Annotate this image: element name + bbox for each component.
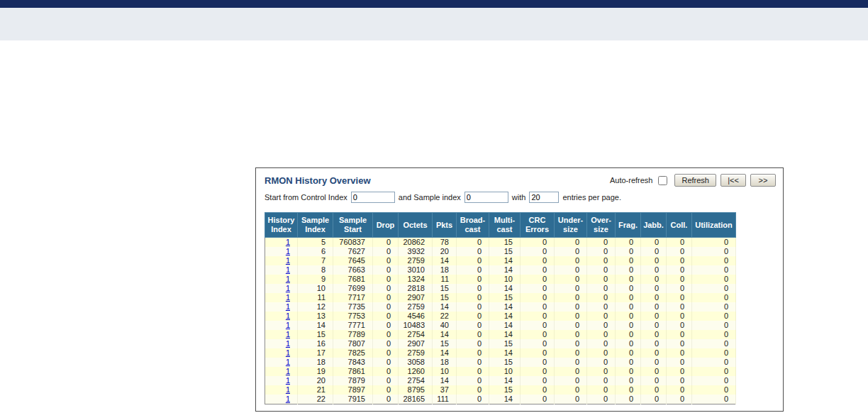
table-cell: 0 (587, 256, 616, 265)
table-cell: 0 (555, 367, 587, 376)
table-cell: 0 (616, 376, 641, 385)
table-cell: 0 (373, 395, 399, 404)
history-index-link[interactable]: 1 (286, 247, 290, 255)
history-index-cell: 1 (265, 302, 298, 312)
table-cell: 0 (373, 339, 399, 348)
table-cell: 0 (555, 284, 587, 293)
history-index-link[interactable]: 1 (286, 293, 290, 302)
table-cell: 10 (489, 275, 521, 284)
history-index-link[interactable]: 1 (286, 256, 290, 265)
history-index-cell: 1 (265, 395, 298, 404)
table-cell: 16 (298, 339, 333, 348)
control-index-input[interactable] (351, 192, 395, 203)
table-cell: 18 (433, 358, 457, 367)
history-index-link[interactable]: 1 (286, 358, 290, 366)
table-cell: 14 (489, 312, 521, 321)
toolbar: Auto-refresh Refresh |<< >> (610, 174, 776, 187)
table-cell: 2759 (399, 348, 433, 358)
table-cell: 0 (616, 385, 641, 395)
history-index-cell: 1 (265, 256, 298, 265)
table-row: 12279150281651110140000000 (265, 395, 736, 404)
sample-index-input[interactable] (464, 192, 508, 203)
table-cell: 7753 (333, 312, 373, 321)
history-index-link[interactable]: 1 (286, 339, 290, 348)
table-cell: 0 (555, 321, 587, 330)
table-cell: 0 (521, 275, 555, 284)
table-cell: 0 (373, 247, 399, 256)
table-cell: 6 (298, 247, 333, 256)
table-cell: 0 (521, 395, 555, 404)
table-cell: 0 (616, 284, 641, 293)
table-cell: 0 (616, 367, 641, 376)
history-index-link[interactable]: 1 (286, 312, 290, 320)
history-index-cell: 1 (265, 376, 298, 385)
table-cell: 0 (667, 256, 692, 265)
table-cell: 10 (433, 367, 457, 376)
table-cell: 0 (641, 302, 667, 312)
history-index-link[interactable]: 1 (286, 348, 290, 357)
history-index-link[interactable]: 1 (286, 385, 290, 394)
history-index-link[interactable]: 1 (286, 284, 290, 292)
history-index-link[interactable]: 1 (286, 321, 290, 329)
sample-index-label: and Sample index (399, 193, 461, 202)
table-cell: 0 (457, 321, 489, 330)
table-cell: 15 (489, 293, 521, 302)
table-cell: 0 (692, 395, 736, 404)
history-index-link[interactable]: 1 (286, 238, 290, 246)
history-index-link[interactable]: 1 (286, 330, 290, 338)
page-title: RMON History Overview (265, 174, 371, 186)
table-cell: 0 (692, 358, 736, 367)
table-cell: 13 (298, 312, 333, 321)
table-cell: 14 (489, 284, 521, 293)
table-cell: 0 (641, 265, 667, 275)
history-index-cell: 1 (265, 247, 298, 256)
table-cell: 0 (521, 330, 555, 339)
table-cell: 0 (616, 321, 641, 330)
table-cell: 10 (298, 284, 333, 293)
table-cell: 8 (298, 265, 333, 275)
table-cell: 14 (489, 265, 521, 275)
table-cell: 14 (489, 302, 521, 312)
history-index-link[interactable]: 1 (286, 265, 290, 274)
table-cell: 17 (298, 348, 333, 358)
table-cell: 0 (555, 358, 587, 367)
next-page-button[interactable]: >> (750, 174, 776, 187)
refresh-button[interactable]: Refresh (674, 174, 716, 187)
table-cell: 0 (667, 293, 692, 302)
table-cell: 11 (298, 293, 333, 302)
entries-per-page-input[interactable] (529, 192, 559, 203)
column-header: Coll. (667, 213, 692, 238)
history-index-link[interactable]: 1 (286, 367, 290, 375)
table-cell: 40 (433, 321, 457, 330)
history-index-cell: 1 (265, 284, 298, 293)
table-cell: 0 (616, 330, 641, 339)
table-cell: 0 (457, 330, 489, 339)
table-cell: 0 (373, 385, 399, 395)
column-header: Sample Index (298, 213, 333, 238)
table-cell: 14 (489, 348, 521, 358)
table-cell: 0 (373, 284, 399, 293)
table-cell: 0 (521, 339, 555, 348)
table-cell: 0 (692, 385, 736, 395)
table-cell: 0 (692, 293, 736, 302)
table-cell: 2907 (399, 293, 433, 302)
table-cell: 0 (616, 293, 641, 302)
table-cell: 0 (641, 247, 667, 256)
history-table-body: 1576083702086278015000000016762703932200… (265, 238, 736, 404)
table-cell: 0 (692, 330, 736, 339)
table-cell: 0 (616, 238, 641, 248)
table-cell: 4546 (399, 312, 433, 321)
table-cell: 0 (373, 312, 399, 321)
history-index-link[interactable]: 1 (286, 376, 290, 385)
table-cell: 0 (457, 367, 489, 376)
table-cell: 0 (457, 302, 489, 312)
table-cell: 0 (616, 275, 641, 284)
table-cell: 10 (489, 367, 521, 376)
history-index-link[interactable]: 1 (286, 302, 290, 311)
table-cell: 0 (521, 321, 555, 330)
auto-refresh-checkbox[interactable] (658, 176, 667, 185)
history-index-link[interactable]: 1 (286, 275, 290, 283)
first-page-button[interactable]: |<< (720, 174, 746, 187)
history-index-link[interactable]: 1 (286, 395, 290, 403)
auto-refresh-label: Auto-refresh (610, 176, 653, 185)
